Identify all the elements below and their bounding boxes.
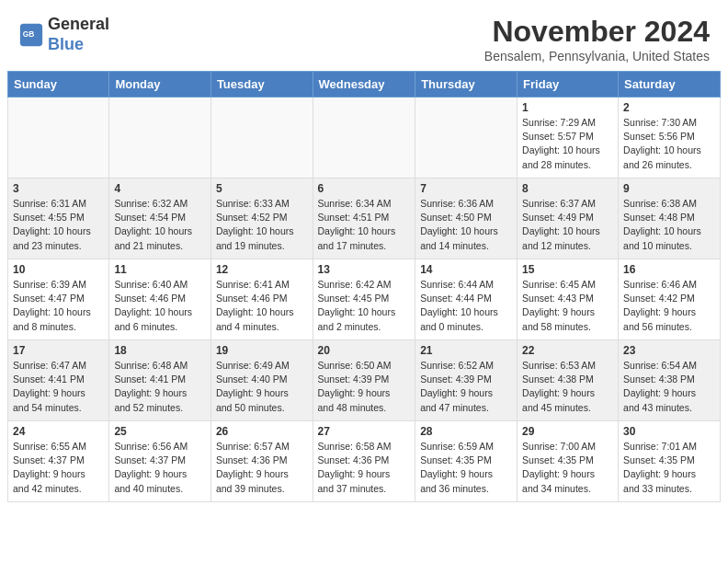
calendar-cell (109, 98, 211, 178)
calendar-body: 1Sunrise: 7:29 AMSunset: 5:57 PMDaylight… (8, 98, 721, 502)
logo: GB General Blue (18, 15, 109, 54)
day-info: Sunrise: 6:42 AMSunset: 4:45 PMDaylight:… (318, 278, 411, 334)
calendar-cell: 5Sunrise: 6:33 AMSunset: 4:52 PMDaylight… (210, 178, 313, 259)
day-info: Sunrise: 7:30 AMSunset: 5:56 PMDaylight:… (623, 116, 715, 172)
calendar-cell: 14Sunrise: 6:44 AMSunset: 4:44 PMDayligh… (415, 259, 518, 340)
calendar-cell: 28Sunrise: 6:59 AMSunset: 4:35 PMDayligh… (415, 421, 518, 502)
day-number: 29 (522, 425, 613, 438)
day-number: 25 (114, 425, 206, 438)
calendar-cell: 21Sunrise: 6:52 AMSunset: 4:39 PMDayligh… (415, 340, 518, 421)
day-number: 26 (216, 425, 308, 438)
calendar-cell: 6Sunrise: 6:34 AMSunset: 4:51 PMDaylight… (313, 178, 415, 259)
weekday-friday: Friday (518, 72, 619, 98)
day-number: 10 (13, 263, 104, 276)
day-number: 23 (623, 344, 715, 357)
day-number: 17 (13, 344, 104, 357)
svg-text:GB: GB (23, 29, 35, 38)
weekday-wednesday: Wednesday (313, 72, 415, 98)
day-info: Sunrise: 6:59 AMSunset: 4:35 PMDaylight:… (420, 440, 512, 496)
day-number: 4 (114, 182, 206, 195)
calendar-cell (313, 98, 415, 178)
day-info: Sunrise: 6:36 AMSunset: 4:50 PMDaylight:… (420, 197, 512, 253)
weekday-thursday: Thursday (415, 72, 518, 98)
calendar-cell: 26Sunrise: 6:57 AMSunset: 4:36 PMDayligh… (210, 421, 313, 502)
day-info: Sunrise: 6:37 AMSunset: 4:49 PMDaylight:… (522, 197, 613, 253)
day-number: 15 (522, 263, 613, 276)
calendar-cell (415, 98, 518, 178)
day-number: 2 (623, 101, 715, 114)
day-info: Sunrise: 6:46 AMSunset: 4:42 PMDaylight:… (623, 278, 715, 334)
day-info: Sunrise: 6:39 AMSunset: 4:47 PMDaylight:… (13, 278, 104, 334)
calendar-cell: 29Sunrise: 7:00 AMSunset: 4:35 PMDayligh… (518, 421, 619, 502)
calendar-cell: 10Sunrise: 6:39 AMSunset: 4:47 PMDayligh… (8, 259, 109, 340)
calendar-cell: 3Sunrise: 6:31 AMSunset: 4:55 PMDaylight… (8, 178, 109, 259)
calendar-table: SundayMondayTuesdayWednesdayThursdayFrid… (7, 71, 721, 502)
day-info: Sunrise: 6:41 AMSunset: 4:46 PMDaylight:… (216, 278, 308, 334)
calendar-week-row: 17Sunrise: 6:47 AMSunset: 4:41 PMDayligh… (8, 340, 721, 421)
calendar-cell: 12Sunrise: 6:41 AMSunset: 4:46 PMDayligh… (210, 259, 313, 340)
calendar-cell: 13Sunrise: 6:42 AMSunset: 4:45 PMDayligh… (313, 259, 415, 340)
day-number: 28 (420, 425, 512, 438)
day-info: Sunrise: 6:32 AMSunset: 4:54 PMDaylight:… (114, 197, 206, 253)
calendar-cell: 20Sunrise: 6:50 AMSunset: 4:39 PMDayligh… (313, 340, 415, 421)
day-number: 7 (420, 182, 512, 195)
day-number: 9 (623, 182, 715, 195)
day-info: Sunrise: 6:45 AMSunset: 4:43 PMDaylight:… (522, 278, 613, 334)
weekday-saturday: Saturday (619, 72, 721, 98)
day-info: Sunrise: 6:57 AMSunset: 4:36 PMDaylight:… (216, 440, 308, 496)
day-number: 5 (216, 182, 308, 195)
day-info: Sunrise: 6:40 AMSunset: 4:46 PMDaylight:… (114, 278, 206, 334)
calendar-cell: 1Sunrise: 7:29 AMSunset: 5:57 PMDaylight… (518, 98, 619, 178)
day-info: Sunrise: 7:00 AMSunset: 4:35 PMDaylight:… (522, 440, 613, 496)
day-info: Sunrise: 6:44 AMSunset: 4:44 PMDaylight:… (420, 278, 512, 334)
calendar-cell (210, 98, 313, 178)
day-number: 20 (318, 344, 411, 357)
calendar-cell (8, 98, 109, 178)
calendar-cell: 16Sunrise: 6:46 AMSunset: 4:42 PMDayligh… (619, 259, 721, 340)
calendar-cell: 4Sunrise: 6:32 AMSunset: 4:54 PMDaylight… (109, 178, 211, 259)
calendar-cell: 7Sunrise: 6:36 AMSunset: 4:50 PMDaylight… (415, 178, 518, 259)
calendar-cell: 23Sunrise: 6:54 AMSunset: 4:38 PMDayligh… (619, 340, 721, 421)
calendar-cell: 9Sunrise: 6:38 AMSunset: 4:48 PMDaylight… (619, 178, 721, 259)
day-info: Sunrise: 6:50 AMSunset: 4:39 PMDaylight:… (318, 359, 411, 415)
weekday-monday: Monday (109, 72, 211, 98)
calendar-cell: 30Sunrise: 7:01 AMSunset: 4:35 PMDayligh… (619, 421, 721, 502)
calendar-cell: 18Sunrise: 6:48 AMSunset: 4:41 PMDayligh… (109, 340, 211, 421)
calendar-cell: 19Sunrise: 6:49 AMSunset: 4:40 PMDayligh… (210, 340, 313, 421)
day-number: 3 (13, 182, 104, 195)
day-number: 19 (216, 344, 308, 357)
day-info: Sunrise: 7:01 AMSunset: 4:35 PMDaylight:… (623, 440, 715, 496)
day-info: Sunrise: 6:49 AMSunset: 4:40 PMDaylight:… (216, 359, 308, 415)
day-number: 24 (13, 425, 104, 438)
logo-icon: GB (18, 22, 44, 48)
calendar-week-row: 1Sunrise: 7:29 AMSunset: 5:57 PMDaylight… (8, 98, 721, 178)
calendar-cell: 8Sunrise: 6:37 AMSunset: 4:49 PMDaylight… (518, 178, 619, 259)
calendar-cell: 11Sunrise: 6:40 AMSunset: 4:46 PMDayligh… (109, 259, 211, 340)
calendar-cell: 22Sunrise: 6:53 AMSunset: 4:38 PMDayligh… (518, 340, 619, 421)
day-number: 12 (216, 263, 308, 276)
day-number: 11 (114, 263, 206, 276)
calendar-week-row: 10Sunrise: 6:39 AMSunset: 4:47 PMDayligh… (8, 259, 721, 340)
day-number: 13 (318, 263, 411, 276)
weekday-header-row: SundayMondayTuesdayWednesdayThursdayFrid… (8, 72, 721, 98)
day-info: Sunrise: 6:33 AMSunset: 4:52 PMDaylight:… (216, 197, 308, 253)
day-info: Sunrise: 6:52 AMSunset: 4:39 PMDaylight:… (420, 359, 512, 415)
day-number: 21 (420, 344, 512, 357)
logo-text-line1: General (48, 15, 109, 35)
day-info: Sunrise: 6:48 AMSunset: 4:41 PMDaylight:… (114, 359, 206, 415)
month-title: November 2024 (484, 15, 710, 49)
calendar-cell: 25Sunrise: 6:56 AMSunset: 4:37 PMDayligh… (109, 421, 211, 502)
day-info: Sunrise: 6:31 AMSunset: 4:55 PMDaylight:… (13, 197, 104, 253)
day-number: 22 (522, 344, 613, 357)
day-info: Sunrise: 6:54 AMSunset: 4:38 PMDaylight:… (623, 359, 715, 415)
day-info: Sunrise: 7:29 AMSunset: 5:57 PMDaylight:… (522, 116, 613, 172)
day-info: Sunrise: 6:47 AMSunset: 4:41 PMDaylight:… (13, 359, 104, 415)
day-info: Sunrise: 6:55 AMSunset: 4:37 PMDaylight:… (13, 440, 104, 496)
day-number: 27 (318, 425, 411, 438)
title-block: November 2024 Bensalem, Pennsylvania, Un… (484, 15, 710, 63)
weekday-sunday: Sunday (8, 72, 109, 98)
calendar-week-row: 24Sunrise: 6:55 AMSunset: 4:37 PMDayligh… (8, 421, 721, 502)
day-number: 30 (623, 425, 715, 438)
day-info: Sunrise: 6:53 AMSunset: 4:38 PMDaylight:… (522, 359, 613, 415)
calendar-week-row: 3Sunrise: 6:31 AMSunset: 4:55 PMDaylight… (8, 178, 721, 259)
